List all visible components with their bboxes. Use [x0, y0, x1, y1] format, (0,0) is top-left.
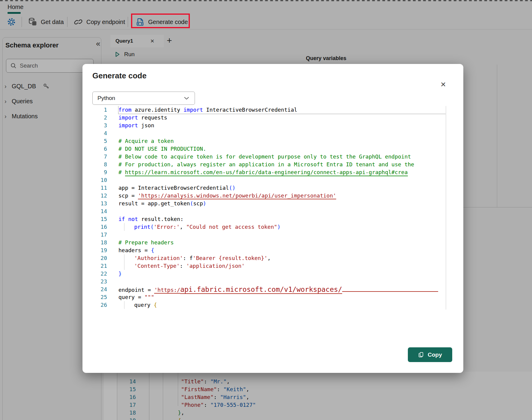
code-line-content: if not result.token: — [118, 215, 446, 223]
code-line: 19headers = { — [82, 246, 454, 254]
code-token: import — [118, 114, 138, 121]
code-token: # DO NOT USE IN PRODUCTION. — [118, 146, 206, 152]
code-token: # Prepare headers — [118, 239, 174, 246]
code-line-content: print('Error:', "Could not get access to… — [118, 223, 446, 231]
code-token: ) — [277, 224, 280, 230]
line-number: 4 — [82, 129, 112, 137]
code-token: json — [138, 122, 154, 128]
code-token: scp = — [118, 192, 138, 199]
redacted-url — [342, 286, 438, 292]
code-token: endpoint = — [118, 287, 154, 293]
line-number: 16 — [82, 223, 112, 231]
code-line-content: 'Content-Type': 'application/json' — [118, 262, 446, 270]
code-line-content: headers = { — [118, 246, 446, 254]
code-line: 25query = """ — [82, 293, 454, 301]
code-token — [124, 255, 134, 261]
copy-button[interactable]: Copy — [408, 347, 452, 362]
code-line-content — [118, 176, 446, 184]
code-token: result = app.get_token — [118, 200, 190, 207]
code-token: # — [118, 169, 125, 175]
code-token: # Acquire a token — [118, 138, 174, 144]
line-number: 24 — [82, 286, 112, 293]
line-number: 12 — [82, 192, 112, 200]
code-token: { — [154, 302, 157, 308]
code-token: : f — [183, 255, 193, 261]
dialog-title: Generate code — [92, 71, 147, 80]
code-line: 18# Prepare headers — [82, 239, 454, 246]
code-token: () — [229, 185, 235, 191]
code-token: query = — [118, 294, 145, 300]
code-token: 'Content-Type' — [134, 263, 180, 269]
code-line-content: import json — [118, 122, 446, 129]
code-token: 'Error:' — [154, 224, 180, 230]
code-line: 14 — [82, 207, 454, 215]
code-line: 13result = app.get_token(scp) — [82, 200, 454, 207]
code-token: api.fabric.microsoft.com/v1/workspaces/ — [180, 286, 342, 294]
code-line: 10 — [82, 176, 454, 184]
code-token: 'https://analysis.windows.net/powerbi/ap… — [138, 192, 336, 199]
code-token: app = InteractiveBrowserCredential — [118, 185, 229, 191]
code-line: 16 print('Error:', "Could not get access… — [82, 223, 454, 231]
line-number: 10 — [82, 176, 112, 184]
red-highlight-box — [131, 14, 190, 28]
line-number: 15 — [82, 215, 112, 223]
code-editor[interactable]: 1from azure.identity import InteractiveB… — [82, 106, 454, 310]
screen: Home — [0, 0, 532, 420]
code-line: 21 'Content-Type': 'application/json' — [82, 262, 454, 270]
code-token: azure.identity — [131, 107, 183, 113]
code-line-content: 'Authorization': f'Bearer {result.token}… — [118, 254, 446, 262]
code-token: : — [180, 263, 186, 269]
code-token: from — [118, 107, 131, 113]
line-number: 18 — [82, 239, 112, 246]
code-line: 6# DO NOT USE IN PRODUCTION. — [82, 145, 454, 153]
line-number: 11 — [82, 184, 112, 192]
code-line-content: } — [118, 270, 446, 278]
code-line-content — [118, 207, 446, 215]
code-line-content: query = """ — [118, 293, 446, 301]
code-line-content: query { — [118, 301, 446, 309]
code-token: not — [128, 216, 138, 222]
code-line: 11app = InteractiveBrowserCredential() — [82, 184, 454, 192]
chevron-down-icon — [183, 95, 190, 101]
code-token: headers = — [118, 247, 151, 253]
line-number: 9 — [82, 168, 112, 176]
line-number: 6 — [82, 145, 112, 153]
code-token: https://learn.microsoft.com/en-us/fabric… — [125, 169, 408, 176]
code-token: } — [118, 270, 122, 277]
line-number: 7 — [82, 153, 112, 161]
code-line: 20 'Authorization': f'Bearer {result.tok… — [82, 254, 454, 262]
code-token — [124, 224, 134, 230]
line-number: 23 — [82, 278, 112, 286]
code-line-content: # Below code to acquire token is for dev… — [118, 153, 446, 161]
code-line: 7# Below code to acquire token is for de… — [82, 153, 454, 161]
code-token — [124, 263, 134, 269]
line-number: 17 — [82, 231, 112, 239]
code-token: , — [180, 224, 186, 230]
code-token: InteractiveBrowserCredential — [203, 107, 297, 113]
code-line-content — [118, 231, 446, 239]
line-number: 19 — [82, 246, 112, 254]
language-dropdown[interactable]: Python — [92, 92, 195, 105]
code-token: result.token: — [138, 216, 184, 222]
code-line-content: # Acquire a token — [118, 137, 446, 145]
line-number: 22 — [82, 270, 112, 278]
code-line: 4 — [82, 129, 454, 137]
code-token: 'Bearer {result.token}' — [193, 255, 267, 261]
code-line: 8# For production, always register an ap… — [82, 161, 454, 168]
code-token: print — [134, 224, 151, 230]
line-number: 26 — [82, 301, 112, 309]
code-token: 'https:/ — [154, 287, 180, 294]
code-line-content: result = app.get_token(scp) — [118, 200, 446, 207]
code-token: # For production, always register an app… — [118, 161, 414, 168]
line-number: 14 — [82, 207, 112, 215]
code-line: 2import requests — [82, 114, 454, 122]
line-number: 13 — [82, 200, 112, 207]
code-token: scp — [193, 200, 203, 207]
code-line-content: app = InteractiveBrowserCredential() — [118, 184, 446, 192]
code-token: { — [151, 247, 154, 253]
generate-code-dialog: Generate code × Python 1from azure.ident… — [82, 64, 463, 373]
code-token: ( — [190, 200, 193, 207]
code-line-content: # https://learn.microsoft.com/en-us/fabr… — [118, 168, 446, 176]
scrollbar[interactable] — [446, 106, 446, 310]
dialog-close-button[interactable]: × — [438, 80, 448, 90]
